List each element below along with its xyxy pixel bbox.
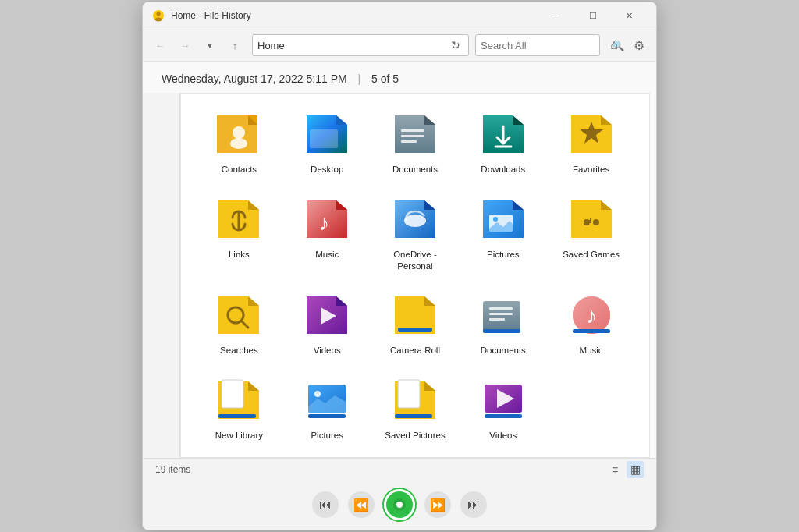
svg-text:♪: ♪ xyxy=(318,211,329,235)
play-button[interactable] xyxy=(384,489,415,520)
svg-rect-22 xyxy=(590,218,591,223)
pictures-icon xyxy=(478,194,528,244)
svg-rect-46 xyxy=(485,414,522,418)
desktop-label: Desktop xyxy=(311,164,343,176)
svg-point-18 xyxy=(493,217,498,222)
back-button[interactable]: ← xyxy=(149,34,171,56)
svg-point-4 xyxy=(233,126,245,139)
window-icon xyxy=(152,9,165,22)
svg-rect-27 xyxy=(483,301,520,332)
favorites-icon xyxy=(566,109,616,159)
list-item[interactable]: Documents xyxy=(460,284,545,363)
list-item[interactable]: Links xyxy=(197,188,282,278)
svg-point-49 xyxy=(396,502,403,508)
list-item[interactable]: ♪ Music xyxy=(285,188,370,278)
list-item[interactable]: Documents xyxy=(373,103,458,182)
minimize-button[interactable]: ─ xyxy=(539,2,575,30)
searches-label: Searches xyxy=(220,345,258,356)
up-button[interactable]: ↑ xyxy=(224,34,246,56)
first-button[interactable]: ⏮ xyxy=(312,491,339,518)
savedgames-icon xyxy=(566,194,616,244)
svg-point-1 xyxy=(157,12,161,16)
onedrive-label: OneDrive - Personal xyxy=(384,249,446,272)
lib-documents-icon xyxy=(478,290,528,340)
links-label: Links xyxy=(229,249,250,261)
lib-pictures-label: Pictures xyxy=(311,430,343,442)
search-container: 🔍 xyxy=(475,34,600,56)
list-item[interactable]: Saved Games xyxy=(549,188,634,278)
svg-rect-37 xyxy=(218,414,256,418)
date-separator: | xyxy=(358,73,361,85)
list-item[interactable]: Saved Pictures xyxy=(373,369,458,448)
svg-rect-35 xyxy=(573,329,610,333)
svg-rect-43 xyxy=(395,414,432,418)
forward-button[interactable]: → xyxy=(174,34,196,56)
item-count: 19 items xyxy=(155,464,190,475)
videos-icon xyxy=(302,290,352,340)
window-controls: ─ ☐ ✕ xyxy=(539,2,647,30)
svg-text:♪: ♪ xyxy=(586,303,597,328)
toolbar: ← → ▼ ↑ ↻ 🔍 ⌂ ⚙ xyxy=(143,30,656,62)
list-item[interactable]: Downloads xyxy=(460,103,545,182)
view-buttons: ≡ ▦ xyxy=(606,461,644,478)
title-bar: Home - File History ─ ☐ ✕ xyxy=(143,2,656,30)
address-input[interactable] xyxy=(257,40,448,51)
svg-rect-30 xyxy=(489,318,505,321)
list-item[interactable]: Searches xyxy=(197,284,282,363)
desktop-icon xyxy=(302,109,352,159)
list-item[interactable]: New Library xyxy=(197,369,282,448)
list-item[interactable]: Contacts xyxy=(197,103,282,182)
list-item[interactable]: OneDrive - Personal xyxy=(373,188,458,278)
list-item[interactable]: Desktop xyxy=(285,103,370,182)
savedpictures-label: Saved Pictures xyxy=(385,430,445,442)
music-icon: ♪ xyxy=(302,194,352,244)
main-area: Contacts xyxy=(143,93,656,459)
list-item[interactable]: Videos xyxy=(460,369,545,448)
next-button[interactable]: ⏩ xyxy=(424,491,451,518)
close-button[interactable]: ✕ xyxy=(611,2,647,30)
documents-label: Documents xyxy=(392,164,438,176)
search-input[interactable] xyxy=(481,40,612,51)
prev-button[interactable]: ⏪ xyxy=(348,491,375,518)
date-text: Wednesday, August 17, 2022 5:11 PM xyxy=(162,73,347,85)
list-item[interactable]: Camera Roll xyxy=(373,284,458,363)
dropdown-button[interactable]: ▼ xyxy=(199,34,221,56)
list-item[interactable]: Favorites xyxy=(549,103,634,182)
searches-icon xyxy=(214,290,264,340)
list-item[interactable]: Pictures xyxy=(460,188,545,278)
sidebar xyxy=(143,93,180,459)
svg-point-20 xyxy=(593,219,599,225)
bottom-nav: ⏮ ⏪ ⏩ ⏭ xyxy=(143,480,656,530)
version-text: 5 of 5 xyxy=(371,73,399,85)
maximize-button[interactable]: ☐ xyxy=(575,2,611,30)
list-item[interactable]: ♪ Music xyxy=(549,284,634,363)
svg-rect-6 xyxy=(310,129,338,148)
lib-pictures-icon xyxy=(302,375,352,425)
home-icon-button[interactable]: ⌂ xyxy=(603,34,625,56)
lib-videos-icon xyxy=(478,375,528,425)
svg-rect-29 xyxy=(489,313,513,315)
last-button[interactable]: ⏭ xyxy=(460,491,487,518)
play-icon xyxy=(391,496,408,513)
savedpictures-icon xyxy=(390,375,440,425)
grid-view-button[interactable]: ▦ xyxy=(627,461,644,478)
svg-rect-7 xyxy=(401,129,424,132)
savedgames-label: Saved Games xyxy=(563,249,620,261)
svg-rect-36 xyxy=(222,380,243,408)
date-bar: Wednesday, August 17, 2022 5:11 PM | 5 o… xyxy=(143,62,656,93)
list-item[interactable]: Pictures xyxy=(285,369,370,448)
svg-rect-42 xyxy=(398,380,420,408)
list-view-button[interactable]: ≡ xyxy=(606,461,623,478)
list-item[interactable]: Videos xyxy=(285,284,370,363)
documents-icon xyxy=(390,109,440,159)
downloads-icon xyxy=(478,109,528,159)
newlibrary-icon xyxy=(214,375,264,425)
lib-music-label: Music xyxy=(580,345,603,356)
music-label: Music xyxy=(315,249,339,261)
favorites-label: Favorites xyxy=(573,164,609,176)
contacts-label: Contacts xyxy=(222,164,257,176)
svg-rect-31 xyxy=(483,329,520,333)
refresh-icon[interactable]: ↻ xyxy=(448,39,463,51)
settings-icon-button[interactable]: ⚙ xyxy=(628,34,650,56)
onedrive-icon xyxy=(390,194,440,244)
